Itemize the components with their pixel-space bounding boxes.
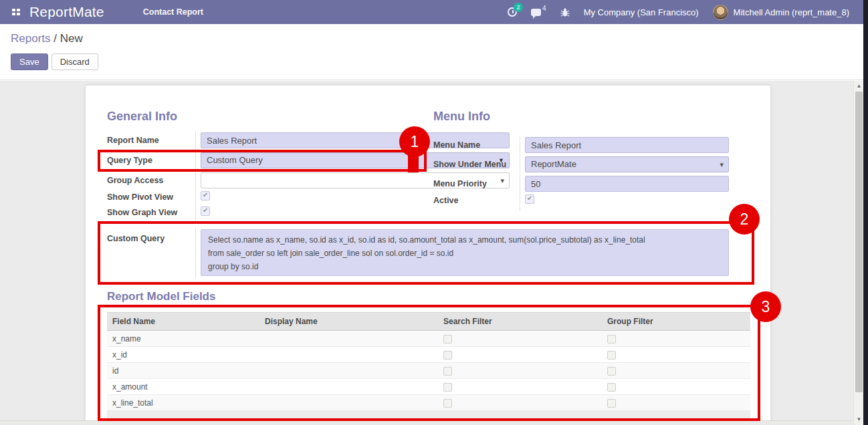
search-filter-checkbox[interactable] bbox=[443, 335, 452, 343]
menu-label-separator bbox=[520, 136, 520, 210]
apps-grid-icon[interactable] bbox=[12, 9, 20, 15]
debug-bug-icon[interactable] bbox=[560, 7, 570, 17]
search-filter-checkbox[interactable] bbox=[443, 351, 452, 360]
menu-priority-label: Menu Priority bbox=[433, 179, 487, 188]
table-empty-row bbox=[107, 411, 750, 418]
page: ReportMate Contact Report 2 4 bbox=[0, 0, 868, 425]
table-row[interactable]: x_id bbox=[107, 347, 750, 363]
window-edge-strip bbox=[863, 0, 868, 425]
breadcrumb-current: / New bbox=[51, 32, 83, 45]
breadcrumb-reports-link[interactable]: Reports bbox=[11, 32, 51, 45]
menu-name-input[interactable] bbox=[525, 137, 729, 153]
nav-menu-contact-report[interactable]: Contact Report bbox=[143, 7, 203, 17]
col-display-name[interactable]: Display Name bbox=[259, 313, 438, 331]
general-label-separator bbox=[195, 131, 196, 223]
col-group-filter[interactable]: Group Filter bbox=[602, 313, 750, 331]
annotation-badge-1: 1 bbox=[399, 126, 430, 157]
scroll-down-arrow[interactable]: ▼ bbox=[854, 414, 864, 424]
table-row[interactable]: id bbox=[107, 363, 750, 379]
messages-icon[interactable]: 4 bbox=[531, 9, 546, 16]
breadcrumb: Reports / New bbox=[11, 32, 83, 45]
save-button[interactable]: Save bbox=[11, 53, 48, 70]
cell-field-name[interactable]: x_amount bbox=[107, 379, 259, 395]
chat-bubble-glyph bbox=[531, 9, 541, 16]
show-graph-label: Show Graph View bbox=[107, 208, 177, 217]
chevron-down-icon: ▾ bbox=[720, 160, 724, 169]
menu-name-label: Menu Name bbox=[433, 140, 480, 150]
group-filter-checkbox[interactable] bbox=[607, 335, 616, 343]
custom-query-separator bbox=[195, 228, 196, 279]
show-under-menu-select[interactable]: ReportMate ▾ bbox=[525, 156, 729, 172]
group-filter-checkbox[interactable] bbox=[607, 351, 616, 360]
show-pivot-label: Show Pivot View bbox=[107, 192, 173, 202]
search-filter-checkbox[interactable] bbox=[443, 383, 452, 392]
group-filter-checkbox[interactable] bbox=[607, 399, 616, 408]
cell-display-name[interactable] bbox=[259, 379, 438, 395]
company-switcher[interactable]: My Company (San Francisco) bbox=[584, 7, 699, 17]
vertical-scrollbar[interactable]: ▲ ▼ bbox=[853, 81, 863, 425]
bottom-scroll-track[interactable] bbox=[0, 420, 863, 425]
table-row[interactable]: x_name bbox=[107, 331, 750, 347]
user-name: Mitchell Admin (reprt_mate_8) bbox=[734, 7, 849, 17]
group-filter-checkbox[interactable] bbox=[607, 367, 616, 376]
cell-display-name[interactable] bbox=[259, 331, 438, 347]
navbar-right: 2 4 My Company (San Francisco) bbox=[508, 5, 849, 20]
active-label: Active bbox=[433, 196, 459, 205]
group-access-label: Group Access bbox=[107, 176, 163, 185]
show-under-menu-label: Show Under Menu bbox=[433, 160, 506, 169]
general-info-title: General Info bbox=[107, 110, 177, 124]
query-type-label: Query Type bbox=[107, 156, 152, 165]
table-header-row: Field Name Display Name Search Filter Gr… bbox=[107, 313, 750, 331]
cell-field-name[interactable]: x_id bbox=[107, 347, 259, 363]
col-search-filter[interactable]: Search Filter bbox=[438, 313, 602, 331]
activity-clock-icon[interactable]: 2 bbox=[508, 7, 517, 17]
action-buttons: Save Discard bbox=[11, 53, 98, 70]
message-count: 4 bbox=[542, 5, 546, 12]
show-under-menu-value: ReportMate bbox=[531, 159, 576, 169]
report-model-fields-title: Report Model Fields bbox=[107, 290, 215, 303]
cell-display-name[interactable] bbox=[259, 363, 438, 379]
col-field-name[interactable]: Field Name bbox=[107, 313, 259, 331]
app-brand[interactable]: ReportMate bbox=[29, 4, 104, 20]
scroll-up-arrow[interactable]: ▲ bbox=[854, 81, 864, 90]
cell-display-name[interactable] bbox=[259, 347, 438, 363]
search-filter-checkbox[interactable] bbox=[443, 399, 452, 408]
show-graph-checkbox[interactable] bbox=[201, 206, 210, 216]
cell-field-name[interactable]: x_line_total bbox=[107, 395, 259, 411]
content-area: General Info Report Name Query Type Cust… bbox=[0, 81, 863, 425]
top-navbar: ReportMate Contact Report 2 4 bbox=[0, 0, 868, 24]
scrollbar-thumb[interactable] bbox=[855, 92, 863, 392]
cell-field-name[interactable]: id bbox=[107, 363, 259, 379]
annotation-badge-2: 2 bbox=[729, 204, 760, 235]
group-filter-checkbox[interactable] bbox=[607, 383, 616, 392]
discard-button[interactable]: Discard bbox=[51, 53, 98, 70]
user-menu[interactable]: Mitchell Admin (reprt_mate_8) bbox=[713, 5, 849, 20]
menu-info-title: Menu Info bbox=[433, 110, 490, 124]
custom-query-textarea[interactable]: Select so.name as x_name, so.id as x_id,… bbox=[201, 229, 729, 276]
report-name-label: Report Name bbox=[107, 136, 159, 145]
chevron-down-icon: ▾ bbox=[500, 176, 504, 185]
user-avatar bbox=[713, 5, 728, 20]
table-row[interactable]: x_amount bbox=[107, 379, 750, 395]
cell-display-name[interactable] bbox=[259, 395, 438, 411]
menu-priority-input[interactable] bbox=[525, 176, 729, 192]
table-row[interactable]: x_line_total bbox=[107, 395, 750, 411]
query-type-value: Custom Query bbox=[207, 155, 263, 165]
cell-field-name[interactable]: x_name bbox=[107, 331, 259, 347]
active-checkbox[interactable] bbox=[525, 194, 534, 204]
activity-count-badge: 2 bbox=[514, 3, 523, 12]
control-panel: Reports / New Save Discard bbox=[0, 24, 863, 80]
search-filter-checkbox[interactable] bbox=[443, 367, 452, 376]
custom-query-label: Custom Query bbox=[107, 234, 165, 243]
show-pivot-checkbox[interactable] bbox=[201, 191, 210, 200]
annotation-badge-3: 3 bbox=[750, 291, 781, 322]
fields-table: Field Name Display Name Search Filter Gr… bbox=[107, 312, 750, 418]
